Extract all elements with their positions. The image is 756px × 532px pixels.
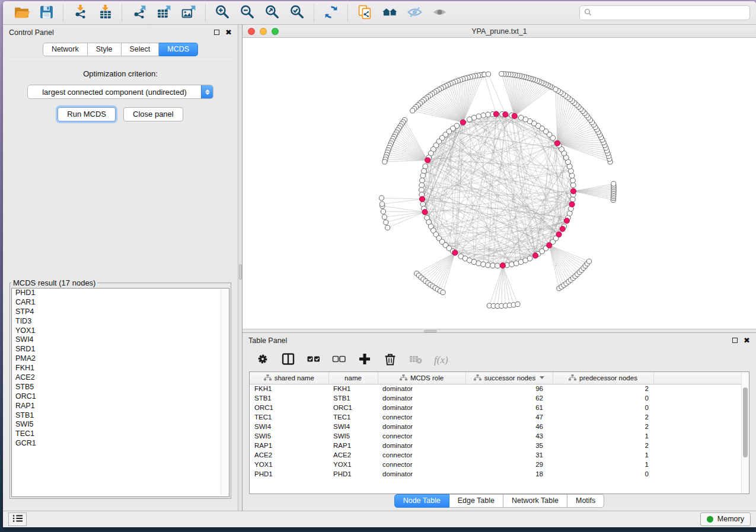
cell-shared-name[interactable]: ORC1 <box>250 403 328 412</box>
cell-MCDS-role[interactable]: connector <box>378 450 465 460</box>
tab-style[interactable]: Style <box>88 43 122 56</box>
column-header-successor-nodes[interactable]: successor nodes <box>465 372 553 384</box>
node[interactable] <box>486 112 491 117</box>
node[interactable] <box>586 259 591 264</box>
horizontal-splitter[interactable] <box>243 329 756 333</box>
cell-successor-nodes[interactable]: 96 <box>465 384 553 393</box>
mcds-node[interactable] <box>570 188 576 194</box>
node[interactable] <box>527 256 532 261</box>
zoom-window-icon[interactable] <box>272 28 279 35</box>
node[interactable] <box>611 181 616 186</box>
tab-select[interactable]: Select <box>122 43 160 56</box>
task-history-button[interactable] <box>8 512 27 526</box>
cell-name[interactable]: RAP1 <box>328 441 378 450</box>
mcds-node-item[interactable]: SRD1 <box>12 345 229 354</box>
node[interactable] <box>420 201 426 207</box>
show-all-button[interactable] <box>427 3 452 23</box>
node[interactable] <box>481 262 486 267</box>
add-column-button[interactable] <box>358 352 372 368</box>
mcds-node[interactable] <box>422 209 428 214</box>
cell-successor-nodes[interactable]: 62 <box>465 393 553 403</box>
node[interactable] <box>499 72 504 76</box>
tab-mcds[interactable]: MCDS <box>159 43 198 56</box>
mcds-node-item[interactable]: YOX1 <box>12 326 229 336</box>
cell-predecessor-nodes[interactable]: 0 <box>553 403 653 412</box>
node[interactable] <box>495 263 500 268</box>
table-row[interactable]: FKH1FKH1dominator962 <box>250 384 741 393</box>
cell-successor-nodes[interactable]: 35 <box>465 441 553 450</box>
mcds-node-item[interactable]: STB1 <box>12 411 229 421</box>
mcds-node[interactable] <box>547 243 552 248</box>
cell-name[interactable]: PHD1 <box>328 469 378 479</box>
network-canvas[interactable] <box>243 38 756 329</box>
cell-shared-name[interactable]: YOX1 <box>250 460 328 469</box>
table-row[interactable]: PHD1PHD1dominator180 <box>250 469 741 479</box>
run-mcds-button[interactable]: Run MCDS <box>58 107 116 121</box>
cell-name[interactable]: TEC1 <box>328 412 378 422</box>
close-window-icon[interactable] <box>248 28 255 35</box>
tab-network[interactable]: Network <box>43 43 88 56</box>
cell-name[interactable]: ACE2 <box>328 450 378 460</box>
splitter-grip[interactable] <box>424 330 437 332</box>
mcds-node-item[interactable]: STB5 <box>12 383 229 392</box>
cell-successor-nodes[interactable]: 31 <box>465 450 553 460</box>
node[interactable] <box>410 108 415 113</box>
node[interactable] <box>379 196 384 200</box>
node[interactable] <box>518 115 524 120</box>
search-input[interactable] <box>595 8 745 18</box>
mcds-node-item[interactable]: ORC1 <box>12 392 229 402</box>
cell-shared-name[interactable]: TEC1 <box>250 412 328 422</box>
cell-MCDS-role[interactable]: connector <box>378 460 465 469</box>
tab-node-table[interactable]: Node Table <box>394 494 449 508</box>
cell-predecessor-nodes[interactable]: 0 <box>553 469 653 479</box>
tab-motifs[interactable]: Motifs <box>567 494 604 508</box>
first-neighbors-button[interactable] <box>377 3 402 23</box>
cell-shared-name[interactable]: SWI5 <box>250 431 328 441</box>
open-session-button[interactable] <box>9 3 34 23</box>
minimize-window-icon[interactable] <box>260 28 267 35</box>
mcds-node-item[interactable]: FKH1 <box>12 364 229 373</box>
cell-successor-nodes[interactable]: 61 <box>465 403 553 412</box>
table-row[interactable]: YOX1YOX1connector291 <box>250 460 741 469</box>
mcds-node[interactable] <box>460 120 465 125</box>
cell-predecessor-nodes[interactable]: 1 <box>553 431 653 441</box>
cell-MCDS-role[interactable]: dominator <box>378 384 465 393</box>
cell-MCDS-role[interactable]: dominator <box>378 393 465 403</box>
cell-predecessor-nodes[interactable]: 2 <box>553 412 653 422</box>
mcds-node[interactable] <box>564 218 569 223</box>
close-panel-icon[interactable]: ✖ <box>225 28 232 36</box>
criterion-dropdown[interactable]: largest connected component (undirected) <box>27 85 213 99</box>
mcds-node-item[interactable]: SWI5 <box>12 420 229 430</box>
node[interactable] <box>441 290 445 295</box>
delete-column-button[interactable] <box>383 352 397 368</box>
settings-button[interactable] <box>256 352 270 368</box>
split-view-button[interactable] <box>281 352 295 368</box>
splitter-grip[interactable] <box>239 264 242 280</box>
node[interactable] <box>420 178 425 183</box>
cell-successor-nodes[interactable]: 18 <box>465 469 553 479</box>
node[interactable] <box>419 182 425 188</box>
zoom-in-button[interactable] <box>210 3 235 23</box>
cell-name[interactable]: SWI4 <box>328 422 378 431</box>
deselect-all-button[interactable] <box>332 352 346 368</box>
mcds-node-item[interactable]: TID3 <box>12 317 229 326</box>
mcds-node[interactable] <box>500 263 505 268</box>
hide-selected-button[interactable] <box>402 3 427 23</box>
mcds-node[interactable] <box>532 253 538 258</box>
search-box[interactable] <box>579 5 750 20</box>
mcds-node[interactable] <box>425 158 430 163</box>
cell-shared-name[interactable]: STB1 <box>250 393 328 403</box>
node[interactable] <box>515 302 520 306</box>
cell-predecessor-nodes[interactable]: 1 <box>553 460 653 469</box>
mcds-node-item[interactable]: PHD1 <box>12 289 229 298</box>
cell-successor-nodes[interactable]: 43 <box>465 431 553 441</box>
mcds-node[interactable] <box>493 111 499 117</box>
cell-MCDS-role[interactable]: connector <box>378 412 465 422</box>
close-panel-icon[interactable]: ✖ <box>744 336 750 344</box>
node[interactable] <box>379 201 384 206</box>
scrollbar-thumb[interactable] <box>743 387 748 457</box>
cell-name[interactable]: STB1 <box>328 393 378 403</box>
cell-MCDS-role[interactable]: dominator <box>378 422 465 431</box>
select-all-button[interactable] <box>307 352 321 368</box>
node[interactable] <box>384 220 388 225</box>
